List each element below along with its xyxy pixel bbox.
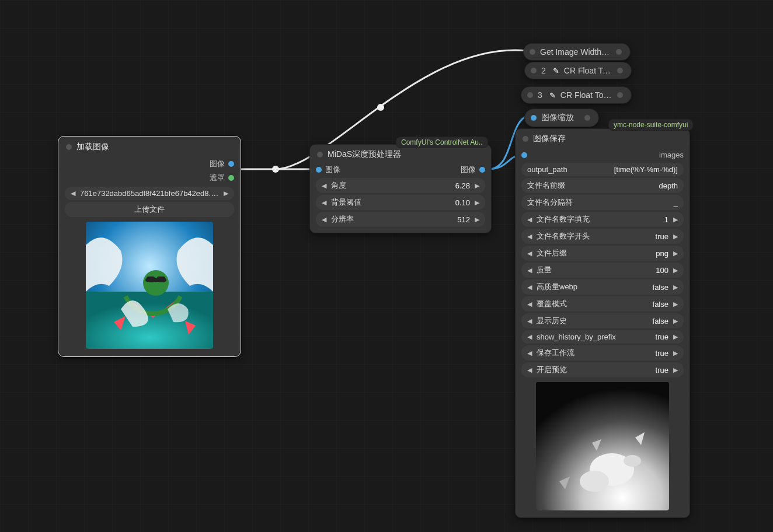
chevron-left-icon[interactable]: ◀ bbox=[527, 216, 532, 223]
output-port[interactable] bbox=[616, 49, 622, 55]
param-output-path[interactable]: output_path [time(%Y-%m-%d)] bbox=[521, 163, 684, 176]
output-mask[interactable]: 遮罩 bbox=[59, 171, 240, 185]
svg-point-2 bbox=[143, 270, 169, 296]
param-resolution[interactable]: ◀ 分辨率 512 ▶ bbox=[316, 212, 485, 227]
param-value: false bbox=[653, 317, 668, 326]
chevron-left-icon[interactable]: ◀ bbox=[322, 199, 326, 206]
param-value: 512 bbox=[457, 215, 470, 224]
param-lossless-webp[interactable]: ◀ 高质量webp false ▶ bbox=[521, 279, 684, 295]
output-port[interactable] bbox=[617, 92, 623, 98]
chevron-left-icon[interactable]: ◀ bbox=[322, 182, 326, 190]
node-image-scale[interactable]: 图像缩放 bbox=[524, 108, 599, 127]
param-label: 文件名分隔符 bbox=[527, 197, 573, 208]
chevron-left-icon[interactable]: ◀ bbox=[527, 250, 532, 257]
output-port-mask[interactable] bbox=[228, 175, 234, 181]
svg-rect-1 bbox=[86, 292, 213, 349]
node-cr-float-to-int-1[interactable]: 2 ✎ CR Float To Integ bbox=[524, 62, 632, 79]
node-load-image[interactable]: 加载图像 图像 遮罩 ◀ 761e732dabd65adf8f421bfe67b… bbox=[58, 136, 241, 356]
chevron-right-icon[interactable]: ▶ bbox=[673, 284, 678, 291]
node-midas-depth[interactable]: MiDaS深度预处理器 图像 图像 ◀ 角度 6.28 ▶ ◀ 背景阈值 0.1… bbox=[309, 144, 492, 233]
chevron-left-icon[interactable]: ◀ bbox=[527, 300, 532, 308]
param-enable-preview[interactable]: ◀ 开启预览 true ▶ bbox=[521, 362, 684, 377]
param-show-history[interactable]: ◀ 显示历史 false ▶ bbox=[521, 313, 684, 328]
reroute-dot[interactable] bbox=[272, 166, 279, 173]
param-save-workflow[interactable]: ◀ 保存工作流 true ▶ bbox=[521, 345, 684, 360]
param-value: 6.28 bbox=[455, 181, 470, 190]
param-overwrite-mode[interactable]: ◀ 覆盖模式 false ▶ bbox=[521, 296, 684, 312]
node-image-save[interactable]: 图像保存 images output_path [time(%Y-%m-%d)]… bbox=[515, 128, 690, 518]
file-name: 761e732dabd65adf8f421bfe67b42ed8.JPG bbox=[80, 189, 219, 198]
param-angle[interactable]: ◀ 角度 6.28 ▶ bbox=[316, 178, 485, 193]
param-quality[interactable]: ◀ 质量 100 ▶ bbox=[521, 262, 684, 278]
chevron-right-icon[interactable]: ▶ bbox=[673, 233, 678, 240]
node-title-text: CR Float To Integ bbox=[564, 66, 612, 75]
collapse-dot-icon[interactable] bbox=[317, 152, 323, 158]
chevron-right-icon[interactable]: ▶ bbox=[224, 190, 228, 197]
badge-ymc: ymc-node-suite-comfyui bbox=[608, 119, 693, 131]
input-images[interactable]: images bbox=[516, 149, 690, 161]
collapse-dot-icon[interactable] bbox=[523, 136, 528, 142]
param-value: true bbox=[656, 349, 668, 358]
chevron-right-icon[interactable]: ▶ bbox=[673, 349, 678, 357]
input-port-images[interactable] bbox=[521, 152, 527, 158]
node-cr-float-to-int-2[interactable]: 3 ✎ CR Float To Integ bbox=[521, 86, 632, 104]
chevron-right-icon[interactable]: ▶ bbox=[673, 250, 678, 257]
node-header[interactable]: 加载图像 bbox=[59, 137, 240, 157]
input-port[interactable] bbox=[531, 68, 537, 74]
output-image[interactable]: 图像 bbox=[59, 157, 240, 171]
chevron-right-icon[interactable]: ▶ bbox=[673, 333, 678, 341]
upload-button-label: 上传文件 bbox=[134, 204, 165, 215]
svg-point-14 bbox=[624, 455, 641, 467]
node-header[interactable]: 图像保存 bbox=[516, 129, 690, 149]
param-value: depth bbox=[570, 181, 678, 190]
input-port[interactable] bbox=[530, 49, 535, 55]
chevron-right-icon[interactable]: ▶ bbox=[475, 216, 479, 223]
param-filename-prefix[interactable]: 文件名前缀 depth bbox=[521, 178, 684, 193]
chevron-left-icon[interactable]: ◀ bbox=[527, 333, 532, 341]
param-label: 质量 bbox=[537, 265, 651, 275]
param-filename-number-start[interactable]: ◀ 文件名数字开头 true ▶ bbox=[521, 229, 684, 244]
input-port[interactable] bbox=[531, 115, 537, 121]
node-title-text: CR Float To Integ bbox=[560, 90, 612, 100]
output-port[interactable] bbox=[584, 115, 590, 121]
param-value: true bbox=[656, 332, 668, 341]
param-bg-threshold[interactable]: ◀ 背景阈值 0.10 ▶ bbox=[316, 195, 485, 210]
chevron-right-icon[interactable]: ▶ bbox=[475, 182, 479, 190]
chevron-left-icon[interactable]: ◀ bbox=[527, 349, 532, 357]
param-extension[interactable]: ◀ 文件后缀 png ▶ bbox=[521, 246, 684, 261]
chevron-right-icon[interactable]: ▶ bbox=[673, 267, 678, 274]
output-port-image[interactable] bbox=[228, 161, 234, 167]
chevron-left-icon[interactable]: ◀ bbox=[527, 267, 532, 274]
edit-icon: ✎ bbox=[553, 66, 559, 75]
output-label: 图像 bbox=[210, 159, 225, 169]
output-image[interactable]: 图像 bbox=[461, 164, 485, 175]
chevron-left-icon[interactable]: ◀ bbox=[527, 317, 532, 325]
param-label: 文件名前缀 bbox=[527, 180, 565, 191]
chevron-right-icon[interactable]: ▶ bbox=[673, 216, 678, 223]
node-get-image-width-height[interactable]: Get Image Width Heig bbox=[523, 43, 631, 61]
param-filename-delimiter[interactable]: 文件名分隔符 _ bbox=[521, 195, 684, 210]
chevron-left-icon[interactable]: ◀ bbox=[527, 366, 532, 374]
chevron-right-icon[interactable]: ▶ bbox=[475, 199, 479, 206]
chevron-left-icon[interactable]: ◀ bbox=[527, 284, 532, 291]
chevron-left-icon[interactable]: ◀ bbox=[71, 190, 75, 197]
input-port[interactable] bbox=[527, 92, 533, 98]
file-select[interactable]: ◀ 761e732dabd65adf8f421bfe67b42ed8.JPG ▶ bbox=[65, 187, 234, 200]
svg-rect-3 bbox=[147, 276, 155, 282]
reroute-dot[interactable] bbox=[377, 104, 384, 111]
param-filename-number-padding[interactable]: ◀ 文件名数字填充 1 ▶ bbox=[521, 212, 684, 227]
chevron-left-icon[interactable]: ◀ bbox=[527, 233, 532, 240]
output-port-image[interactable] bbox=[479, 167, 485, 173]
param-label: 角度 bbox=[331, 180, 451, 191]
output-port[interactable] bbox=[617, 68, 623, 74]
input-image[interactable]: 图像 bbox=[316, 164, 340, 175]
chevron-right-icon[interactable]: ▶ bbox=[673, 366, 678, 374]
param-show-history-by-prefix[interactable]: ◀ show_history_by_prefix true ▶ bbox=[521, 330, 684, 344]
param-value: true bbox=[656, 366, 668, 374]
input-port-image[interactable] bbox=[316, 167, 322, 173]
chevron-left-icon[interactable]: ◀ bbox=[322, 216, 326, 223]
upload-button[interactable]: 上传文件 bbox=[65, 202, 234, 217]
collapse-dot-icon[interactable] bbox=[66, 144, 72, 150]
chevron-right-icon[interactable]: ▶ bbox=[673, 317, 678, 325]
chevron-right-icon[interactable]: ▶ bbox=[673, 300, 678, 308]
